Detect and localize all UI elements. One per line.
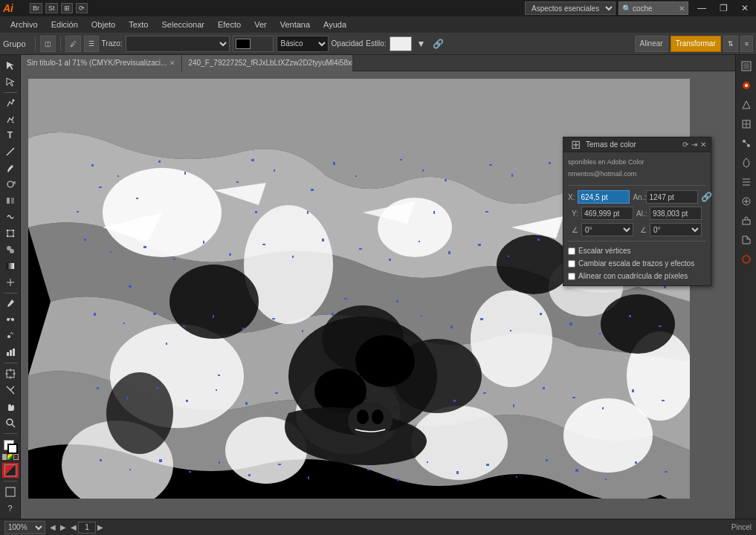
menu-ayuda[interactable]: Ayuda (317, 19, 352, 30)
tp-an-input[interactable] (646, 190, 698, 204)
line-tool-btn[interactable] (2, 144, 19, 159)
tp-refresh-icon[interactable]: ⟳ (682, 140, 688, 149)
menu-ventana[interactable]: Ventana (274, 19, 316, 30)
tab-2[interactable]: 240_F_79227252_fRJxLbLtXZzw2D2tyyuMl4i58… (182, 55, 353, 71)
gradient-mode-btn[interactable] (7, 454, 13, 460)
slice-btn[interactable] (2, 383, 19, 398)
zoom-btn[interactable] (2, 415, 19, 430)
toolbar-icon-btn-2[interactable]: 🖊 (65, 36, 81, 52)
pencil-tool-btn[interactable] (2, 160, 19, 175)
blend-btn[interactable] (2, 312, 19, 327)
toolbar-arrange-btn[interactable]: ⇅ (723, 36, 738, 52)
tp-x-input[interactable] (578, 190, 630, 204)
page-prev-icon[interactable]: ◀ (71, 523, 77, 531)
hand-btn[interactable] (2, 399, 19, 414)
symbol-sprayer-btn[interactable] (2, 328, 19, 343)
stroke-dropdown[interactable] (126, 36, 230, 52)
none-mode-btn[interactable] (13, 454, 19, 460)
workspace-dropdown[interactable]: Aspectos esenciales (525, 1, 616, 15)
scroll-right-icon[interactable]: ▶ (60, 523, 66, 531)
tab-1-close[interactable]: ✕ (169, 59, 175, 67)
close-button[interactable]: ✕ (737, 3, 753, 13)
style-options-btn[interactable]: ▼ (415, 38, 428, 50)
screen-mode-btn[interactable] (2, 484, 19, 499)
canvas-background[interactable]: ⊞ Temas de color ⟳ ⇥ ✕ sponibles en Adob… (21, 71, 735, 519)
tp-y-input[interactable] (581, 207, 633, 220)
add-anchor-btn[interactable]: + (2, 112, 19, 127)
reflect-tool-btn[interactable] (2, 193, 19, 208)
tp-align-grid-checkbox[interactable] (568, 273, 575, 280)
tab-1[interactable]: Sin título-1 al 71% (CMYK/Previsualizaci… (21, 55, 182, 71)
toolbar-icon-btn-1[interactable]: ◫ (40, 36, 56, 52)
svg-rect-79 (508, 256, 509, 257)
rp-btn-11[interactable] (738, 251, 755, 268)
top-icon-1[interactable]: Br (30, 3, 42, 13)
svg-rect-99 (510, 330, 511, 331)
rotate-tool-btn[interactable] (2, 177, 19, 192)
stroke-swatch[interactable] (7, 444, 18, 454)
help-btn[interactable]: ? (2, 501, 19, 516)
mesh-btn[interactable] (2, 275, 19, 290)
stroke-style-dropdown[interactable]: Básico (277, 36, 329, 52)
eyedropper-btn[interactable] (2, 296, 19, 311)
tp-angle2-dropdown[interactable]: 0° (650, 223, 702, 236)
rp-btn-7[interactable] (738, 174, 755, 190)
menu-edicion[interactable]: Edición (45, 19, 84, 30)
style-color-swatch[interactable] (390, 36, 412, 51)
color-mode-btn[interactable] (2, 454, 7, 460)
tp-scale-strokes-checkbox[interactable] (568, 260, 575, 268)
top-icon-4[interactable]: ⟳ (76, 3, 88, 13)
type-tool-btn[interactable]: T (2, 129, 19, 143)
rp-btn-4[interactable] (738, 116, 755, 132)
page-next-icon[interactable]: ▶ (97, 523, 103, 531)
rp-btn-9[interactable] (738, 213, 755, 229)
page-input[interactable] (78, 522, 96, 534)
top-icon-2[interactable]: St (45, 3, 58, 13)
menu-efecto[interactable]: Efecto (212, 19, 247, 30)
svg-point-42 (601, 294, 675, 354)
stroke-color-box[interactable] (233, 36, 274, 52)
toolbar-more-btn[interactable]: ≡ (740, 36, 753, 52)
stroke-color-swatch[interactable] (236, 39, 251, 49)
zoom-select[interactable]: 100% (4, 521, 45, 534)
transform-button[interactable]: Transformar (671, 36, 721, 52)
tp-link-icon[interactable]: 🔗 (701, 192, 712, 202)
gradient-btn[interactable] (2, 259, 19, 273)
rp-btn-1[interactable] (738, 58, 755, 74)
rp-btn-10[interactable] (738, 232, 755, 248)
minimize-button[interactable]: — (693, 3, 711, 13)
direct-selection-btn[interactable] (2, 74, 19, 89)
search-clear-icon[interactable]: ✕ (679, 4, 685, 13)
scroll-left-icon[interactable]: ◀ (50, 523, 56, 531)
tp-arrow-icon[interactable]: ⇥ (691, 140, 697, 149)
column-graph-btn[interactable] (2, 345, 19, 360)
rp-btn-6[interactable] (738, 155, 755, 171)
align-button[interactable]: Alinear (635, 36, 668, 52)
search-input[interactable] (633, 4, 677, 13)
rp-btn-3[interactable] (738, 97, 755, 113)
tp-grid-icon[interactable]: ⊞ (568, 137, 583, 152)
tp-scale-vertices-checkbox[interactable] (568, 247, 575, 255)
tp-al-input[interactable] (650, 207, 702, 220)
menu-objeto[interactable]: Objeto (85, 19, 121, 30)
style-link-btn[interactable]: 🔗 (430, 38, 446, 50)
menu-ver[interactable]: Ver (248, 19, 273, 30)
menu-texto[interactable]: Texto (123, 19, 154, 30)
tp-angle1-dropdown[interactable]: 0° (581, 223, 633, 236)
warp-tool-btn[interactable] (2, 210, 19, 224)
rp-btn-8[interactable] (738, 193, 755, 210)
tp-close-icon[interactable]: ✕ (700, 140, 706, 149)
rp-btn-5[interactable] (738, 135, 755, 152)
free-transform-btn[interactable] (2, 226, 19, 241)
toolbar-icon-btn-3[interactable]: ☰ (84, 36, 99, 52)
artboard-btn[interactable] (2, 366, 19, 381)
red-tool-btn[interactable] (2, 463, 19, 478)
rp-btn-2[interactable] (738, 77, 755, 94)
pen-tool-btn[interactable] (2, 96, 19, 111)
restore-button[interactable]: ❐ (715, 3, 732, 13)
shape-builder-btn[interactable] (2, 242, 19, 257)
menu-archivo[interactable]: Archivo (4, 19, 44, 30)
top-icon-3[interactable]: ⊞ (61, 3, 73, 13)
selection-tool-btn[interactable] (2, 58, 19, 73)
menu-seleccionar[interactable]: Seleccionar (155, 19, 210, 30)
